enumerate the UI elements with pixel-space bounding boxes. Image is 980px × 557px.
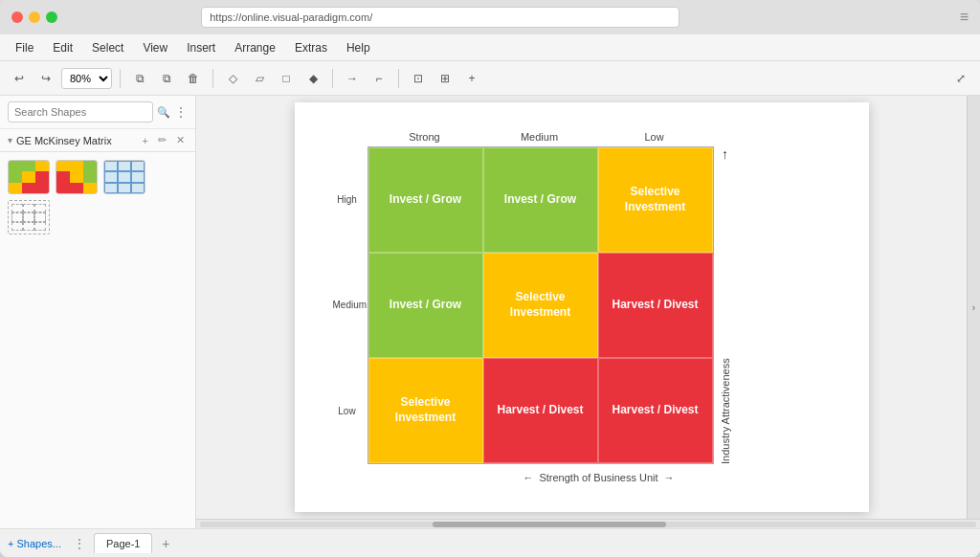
panel-add-button[interactable]: + — [140, 133, 151, 147]
rect-button[interactable]: □ — [275, 67, 298, 90]
minimize-window-btn[interactable] — [29, 11, 40, 23]
menu-view[interactable]: View — [135, 39, 175, 56]
col-header-medium: Medium — [482, 131, 597, 143]
toolbar-separator-2 — [212, 69, 213, 88]
axis-right-arrow: → — [664, 472, 675, 483]
address-bar[interactable]: https://online.visual-paradigm.com/ — [201, 7, 679, 28]
row-labels: High Medium Low — [333, 146, 368, 464]
menu-arrange[interactable]: Arrange — [227, 39, 283, 56]
axis-bottom-label: Strength of Business Unit — [539, 472, 657, 483]
maximize-window-btn[interactable] — [46, 11, 57, 23]
matrix-grid: Invest / Grow Invest / Grow Selective In… — [368, 146, 714, 464]
menu-extras[interactable]: Extras — [287, 39, 335, 56]
scrollbar-track — [200, 522, 976, 527]
right-panel-toggle[interactable]: › — [967, 96, 980, 519]
scrollbar-thumb[interactable] — [433, 522, 665, 527]
traffic-lights — [11, 11, 57, 23]
col-header-strong: Strong — [368, 131, 482, 143]
cell-0-1[interactable]: Invest / Grow — [483, 147, 598, 253]
cell-2-2[interactable]: Harvest / Divest — [598, 358, 713, 463]
search-icon: 🔍 — [157, 106, 170, 119]
toolbar-separator-3 — [332, 69, 333, 88]
cell-2-1[interactable]: Harvest / Divest — [483, 358, 598, 463]
page-tabs: Page-1 + — [94, 533, 972, 553]
menu-bar: File Edit Select View Insert Arrange Ext… — [0, 34, 980, 61]
axis-left-arrow: ← — [523, 472, 533, 483]
title-bar: https://online.visual-paradigm.com/ ≡ — [0, 0, 980, 34]
cell-1-2[interactable]: Harvest / Divest — [598, 253, 713, 358]
horizontal-scrollbar[interactable] — [196, 519, 980, 528]
thumbnail-4[interactable] — [8, 200, 50, 234]
row-label-low: Low — [333, 406, 362, 416]
menu-select[interactable]: Select — [84, 39, 131, 56]
axis-bottom: ← Strength of Business Unit → — [368, 472, 831, 483]
panel-header: ▾ GE McKinsey Matrix + ✏ ✕ — [0, 129, 195, 152]
panel-edit-button[interactable]: ✏ — [155, 133, 169, 147]
connector-button[interactable]: → — [341, 67, 364, 90]
main-area: 🔍 ⋮ ▾ GE McKinsey Matrix + ✏ ✕ — [0, 96, 980, 528]
paste-button[interactable]: ⧉ — [155, 67, 178, 90]
page-tab-1[interactable]: Page-1 — [94, 533, 152, 553]
copy-button[interactable]: ⧉ — [128, 67, 151, 90]
axis-right: ↑ Industry Attractiveness — [720, 146, 731, 464]
axis-right-label: Industry Attractiveness — [720, 166, 731, 464]
cell-1-1[interactable]: Selective Investment — [483, 253, 598, 358]
cell-2-0[interactable]: Selective Investment — [368, 358, 483, 463]
sidebar: 🔍 ⋮ ▾ GE McKinsey Matrix + ✏ ✕ — [0, 96, 196, 528]
search-input[interactable] — [8, 101, 153, 123]
expand-button[interactable]: ⤢ — [949, 67, 972, 90]
search-options-icon[interactable]: ⋮ — [174, 104, 188, 120]
bottom-bar-dots[interactable]: ⋮ — [73, 536, 86, 551]
app-window: https://online.visual-paradigm.com/ ≡ Fi… — [0, 0, 980, 557]
thumbnail-3[interactable] — [103, 160, 145, 194]
toolbar: ↩ ↪ 80% ⧉ ⧉ 🗑 ◇ ▱ □ ◆ → ⌐ ⊡ ⊞ + ⤢ — [0, 61, 980, 96]
cell-0-0[interactable]: Invest / Grow — [368, 147, 483, 253]
chevron-right-icon: › — [972, 302, 975, 313]
menu-edit[interactable]: Edit — [45, 39, 80, 56]
undo-button[interactable]: ↩ — [8, 67, 31, 90]
redo-button[interactable]: ↪ — [34, 67, 57, 90]
row-label-medium: Medium — [333, 300, 362, 310]
delete-button[interactable]: 🗑 — [182, 67, 205, 90]
fill-button[interactable]: ◇ — [221, 67, 244, 90]
waypoint-button[interactable]: ⌐ — [368, 67, 390, 90]
toolbar-separator-1 — [120, 69, 121, 88]
add-page-button[interactable]: + — [156, 534, 175, 553]
close-window-btn[interactable] — [11, 11, 23, 23]
bottom-bar: + Shapes... ⋮ Page-1 + — [0, 528, 980, 557]
address-text: https://online.visual-paradigm.com/ — [210, 11, 372, 23]
add-button[interactable]: + — [460, 67, 483, 90]
shapes-button[interactable]: + Shapes... — [8, 538, 61, 549]
matrix-container: Strong Medium Low High Medium Low — [333, 131, 831, 483]
cell-0-2[interactable]: Selective Investment — [598, 147, 713, 253]
panel-actions: + ✏ ✕ — [140, 133, 188, 147]
fit-button[interactable]: ⊡ — [407, 67, 430, 90]
row-label-high: High — [333, 194, 362, 205]
line-button[interactable]: ▱ — [248, 67, 271, 90]
panel-close-button[interactable]: ✕ — [173, 133, 188, 147]
shape-button[interactable]: ◆ — [301, 67, 324, 90]
cell-1-0[interactable]: Invest / Grow — [368, 253, 483, 358]
search-bar: 🔍 ⋮ — [0, 96, 195, 129]
menu-insert[interactable]: Insert — [179, 39, 223, 56]
thumbnail-1[interactable] — [8, 160, 50, 194]
sidebar-thumbnails — [0, 152, 195, 242]
menu-file[interactable]: File — [8, 39, 41, 56]
canvas-area[interactable]: Strong Medium Low High Medium Low — [196, 96, 967, 519]
panel-title: GE McKinsey Matrix — [16, 135, 136, 146]
page-button[interactable]: ⊞ — [434, 67, 457, 90]
axis-up-arrow: ↑ — [722, 146, 728, 162]
thumbnail-2[interactable] — [56, 160, 98, 194]
canvas-content: Strong Medium Low High Medium Low — [295, 102, 869, 512]
zoom-select[interactable]: 80% — [61, 68, 112, 89]
toolbar-separator-4 — [398, 69, 399, 88]
menu-help[interactable]: Help — [339, 39, 378, 56]
panel-collapse-icon[interactable]: ▾ — [8, 135, 12, 145]
col-headers: Strong Medium Low — [368, 131, 831, 143]
title-bar-right: ≡ — [960, 9, 969, 26]
matrix-body: High Medium Low Invest / Grow Invest / G… — [333, 146, 831, 464]
window-menu-icon[interactable]: ≡ — [960, 9, 969, 25]
col-header-low: Low — [597, 131, 712, 143]
